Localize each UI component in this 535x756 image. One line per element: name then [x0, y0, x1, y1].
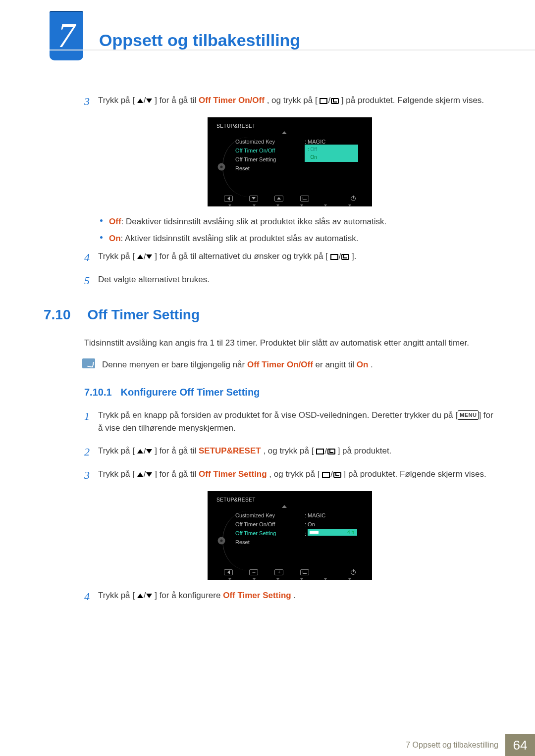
text: , og trykk på [: [269, 469, 320, 479]
osd-power-icon: [351, 570, 356, 575]
osd-menu-item: Reset: [235, 164, 295, 173]
osd-btn-spacer: [325, 569, 334, 575]
off-timer-setting-label: Off Timer Setting: [223, 591, 291, 600]
text: Trykk på en knapp på forsiden av produkt…: [98, 410, 458, 420]
rect-enter-icon: /: [320, 94, 339, 107]
off-timer-onoff-label: Off Timer On/Off: [199, 96, 265, 105]
osd-menu-item-active: Off Timer On/Off: [235, 146, 295, 155]
svg-point-3: [220, 539, 223, 542]
on-label: On: [109, 234, 121, 243]
off-text: : Deaktiver tidsinnstilt avslåing slik a…: [121, 217, 387, 226]
substep-2: 2 Trykk på [ / ] for å gå til SETUP&RESE…: [84, 445, 495, 458]
note-text: .: [371, 360, 373, 369]
rect-enter-icon: /: [322, 468, 341, 481]
osd-btn-up-icon: [274, 196, 283, 202]
subsection-7-10-1-heading: 7.10.1 Konfigurere Off Timer Setting: [84, 385, 495, 400]
step-number: 4: [84, 588, 90, 605]
on-text: : Aktiver tidsinnstilt avslåing slik at …: [121, 234, 359, 243]
osd-menu-column: Customized Key Off Timer On/Off Off Time…: [235, 511, 295, 547]
bullet-off: Off: Deaktiver tidsinnstilt avslåing sli…: [98, 215, 495, 228]
text: ] for å gå til: [155, 469, 199, 479]
section-7-10-heading: 7.10 Off Timer Setting: [44, 307, 495, 323]
up-down-icon: /: [137, 94, 153, 107]
osd-menu-column: Customized Key Off Timer On/Off Off Time…: [235, 137, 295, 173]
osd-title: SETUP&RESET: [216, 122, 256, 130]
substep-1: 1 Trykk på en knapp på forsiden av produ…: [84, 409, 495, 435]
rect-enter-icon: /: [316, 445, 335, 458]
text: ] for å gå til alternativet du ønsker og…: [155, 252, 328, 261]
note-icon: [82, 358, 95, 368]
note-bold: On: [357, 360, 369, 369]
osd-button-row: [208, 194, 372, 203]
text: ] for å gå til: [155, 446, 199, 455]
note-row: Denne menyen er bare tilgjengelig når Of…: [84, 358, 495, 371]
osd-tick-row: [208, 204, 372, 206]
text: Det valgte alternativet brukes.: [98, 275, 210, 284]
text: Trykk på [: [98, 591, 135, 600]
osd-btn-enter-icon: [300, 569, 309, 575]
section-number: 7.10: [44, 307, 85, 323]
subsection-number: 7.10.1: [84, 385, 118, 400]
section-7-10-body: Tidsinnstilt avslåing kan angis fra 1 ti…: [84, 337, 495, 612]
gear-icon: [216, 162, 226, 172]
step-5: 5 Det valgte alternativet brukes.: [84, 273, 495, 286]
note-text: Denne menyen er bare tilgjengelig når: [102, 360, 247, 369]
text: ] på produktet. Følgende skjerm vises.: [341, 96, 484, 105]
osd-btn-left-icon: [224, 569, 233, 575]
osd-screenshot-2: SETUP&RESET Customized Key Off Timer On/…: [208, 491, 372, 580]
text: ] på produktet. Følgende skjerm vises.: [344, 469, 486, 479]
section-title: Off Timer Setting: [87, 307, 200, 322]
text: ].: [352, 252, 356, 261]
osd-btn-left-icon: [224, 196, 233, 202]
bullet-list: Off: Deaktiver tidsinnstilt avslåing sli…: [98, 215, 495, 246]
step-4: 4 Trykk på [ / ] for å gå til alternativ…: [84, 250, 495, 263]
osd-btn-enter-icon: [300, 196, 309, 202]
text: .: [294, 591, 296, 600]
osd-slider-value: 4 h: [347, 529, 354, 537]
setup-reset-label: SETUP&RESET: [199, 446, 261, 455]
osd-menu-item: Customized Key: [235, 137, 295, 146]
menu-chip: MENU: [458, 410, 479, 420]
osd-title: SETUP&RESET: [216, 496, 256, 504]
bullet-on: On: Aktiver tidsinnstilt avslåing slik a…: [98, 232, 495, 245]
chapter-number-badge: 7: [50, 11, 83, 60]
substep-3: 3 Trykk på [ / ] for å gå til Off Timer …: [84, 468, 495, 481]
text: , og trykk på [: [267, 96, 318, 105]
osd-menu-item: Reset: [235, 538, 295, 547]
text: Trykk på [: [98, 96, 135, 105]
option-off-text: Off: [311, 147, 317, 152]
text: Trykk på [: [98, 252, 135, 261]
step-number: 5: [84, 272, 90, 289]
text: ] for å konfigurere: [155, 591, 223, 600]
osd-slider-fill: [310, 531, 319, 534]
note-bold: Off Timer On/Off: [247, 360, 313, 369]
osd-menu-item: Off Timer Setting: [235, 155, 295, 164]
osd-btn-minus-icon: −: [249, 569, 258, 575]
rect-enter-icon: /: [330, 251, 350, 263]
text: ] for å gå til: [155, 96, 199, 105]
step-3: 3 Trykk på [ / ] for å gå til Off Timer …: [84, 94, 495, 107]
text: ] på produktet.: [338, 446, 392, 455]
osd-tick-row: [208, 578, 372, 580]
up-down-icon: /: [137, 445, 153, 458]
subsection-title: Konfigurere Off Timer Setting: [121, 387, 260, 398]
up-arrow-icon: [282, 131, 287, 134]
osd-power-icon: [351, 196, 356, 201]
note-text: er angitt til: [316, 360, 357, 369]
text: , og trykk på [: [263, 446, 314, 455]
step-number: 4: [84, 249, 90, 266]
up-down-icon: /: [137, 468, 153, 481]
osd-btn-spacer: [325, 196, 334, 202]
osd-value-column: : MAGIC : On: [305, 511, 364, 529]
option-on-text: On: [311, 154, 317, 160]
step-number: 2: [84, 444, 90, 460]
off-timer-setting-label: Off Timer Setting: [199, 469, 267, 479]
text: Trykk på [: [98, 469, 135, 479]
chapter-number: 7: [58, 16, 75, 55]
osd-screenshot-1: SETUP&RESET Customized Key Off Timer On/…: [208, 117, 372, 206]
osd-button-row: − +: [208, 567, 372, 577]
up-arrow-icon: [282, 505, 287, 508]
osd-colon: :: [305, 530, 306, 538]
page-header: 7 Oppsett og tilbakestilling: [0, 11, 535, 50]
osd-btn-plus-icon: +: [274, 569, 283, 575]
